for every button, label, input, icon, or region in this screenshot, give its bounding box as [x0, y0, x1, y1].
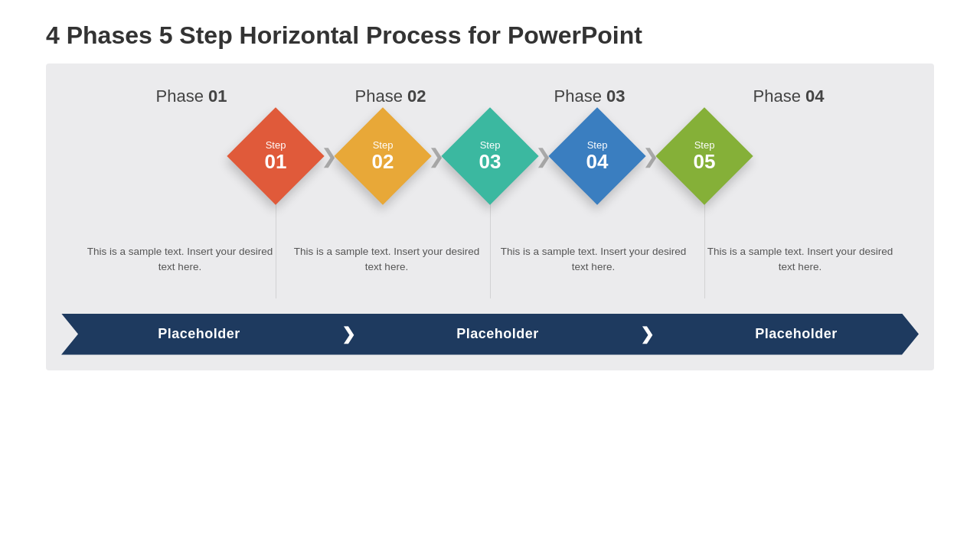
step-2: Step 02: [348, 122, 417, 191]
desc-3: This is a sample text. Insert your desir…: [490, 244, 697, 276]
diamond-2: Step 02: [334, 107, 431, 204]
phase-label-3: Phase 03: [490, 86, 689, 106]
placeholder-2: Placeholder: [456, 326, 539, 342]
bottom-bar-inner: Placeholder ❯ Placeholder ❯ Placeholder: [107, 324, 888, 344]
step1-num: 01: [265, 151, 287, 173]
steps-and-content: Step 01 ❯ Step 02 ❯: [61, 114, 919, 298]
main-area: Phase 01 Phase 02 Phase 03 Phase 04 Step…: [46, 64, 934, 370]
bar-chevron-1: ❯: [341, 324, 355, 344]
step1-word: Step: [265, 140, 287, 151]
step-5: Step 05: [670, 122, 739, 191]
step2-num: 02: [372, 151, 394, 173]
diamond-5: Step 05: [655, 107, 753, 204]
phases-header: Phase 01 Phase 02 Phase 03 Phase 04: [61, 86, 919, 106]
placeholder-3: Placeholder: [755, 326, 838, 342]
diamond-3: Step 03: [441, 107, 538, 204]
placeholder-1: Placeholder: [158, 326, 240, 342]
phase-label-1: Phase 01: [92, 86, 291, 106]
step-3: Step 03: [456, 122, 524, 191]
phase-label-2: Phase 02: [291, 86, 490, 106]
step-1: Step 01: [241, 122, 310, 191]
diamond-1: Step 01: [227, 107, 324, 204]
page-title: 4 Phases 5 Step Horizontal Process for P…: [0, 0, 980, 64]
desc-2: This is a sample text. Insert your desir…: [283, 244, 490, 276]
step4-word: Step: [586, 140, 609, 151]
step3-num: 03: [479, 151, 501, 173]
step2-word: Step: [372, 140, 394, 151]
bar-chevron-2: ❯: [640, 324, 654, 344]
step5-num: 05: [694, 151, 716, 173]
diamond-row: Step 01 ❯ Step 02 ❯: [61, 114, 919, 206]
diamond-4: Step 04: [548, 107, 645, 204]
step-4: Step 04: [563, 122, 632, 191]
step3-word: Step: [479, 140, 501, 151]
bottom-bar: Placeholder ❯ Placeholder ❯ Placeholder: [61, 314, 919, 355]
step4-num: 04: [586, 151, 609, 173]
step5-word: Step: [694, 140, 716, 151]
desc-1: This is a sample text. Insert your desir…: [77, 244, 283, 276]
phase-label-4: Phase 04: [689, 86, 888, 106]
desc-4: This is a sample text. Insert your desir…: [697, 244, 903, 276]
